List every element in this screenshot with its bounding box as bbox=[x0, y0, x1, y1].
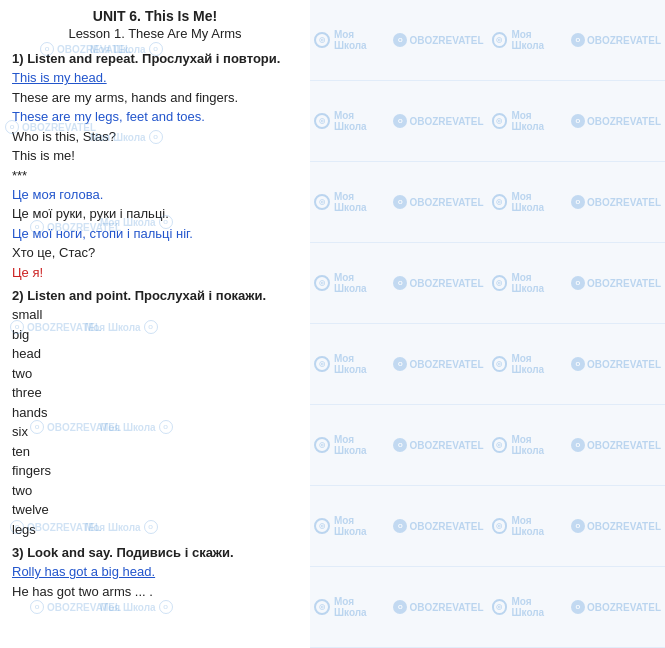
watermark-grid: ◎ Моя Школа O OBOZREVATEL ◎ Моя Школа O … bbox=[310, 0, 665, 648]
wm-logo2: O OBOZREVATEL bbox=[393, 276, 483, 290]
wm-brand1: Моя Школа bbox=[511, 110, 566, 132]
section-1: 1) Listen and repeat. Прослухай і повтор… bbox=[12, 51, 298, 282]
wm-cell: ◎ Моя Школа O OBOZREVATEL bbox=[310, 324, 488, 405]
word-head: head bbox=[12, 344, 298, 364]
wm-cell: ◎ Моя Школа O OBOZREVATEL bbox=[488, 567, 666, 648]
wm-logo2: O OBOZREVATEL bbox=[393, 438, 483, 452]
page-subtitle: Lesson 1. These Are My Arms bbox=[12, 26, 298, 41]
wm-logo2: O OBOZREVATEL bbox=[393, 114, 483, 128]
line-this-is-my-head: This is my head. bbox=[12, 68, 298, 88]
wm-logo: ◎ bbox=[492, 437, 508, 453]
wm-logo: ◎ bbox=[314, 599, 330, 615]
wm-brand1: Моя Школа bbox=[334, 272, 389, 294]
wm-cell: ◎ Моя Школа O OBOZREVATEL bbox=[310, 81, 488, 162]
wm-logo: ◎ bbox=[492, 32, 508, 48]
wm-cell: ◎ Моя Школа O OBOZREVATEL bbox=[488, 162, 666, 243]
wm-brand1: Моя Школа bbox=[334, 596, 389, 618]
wm-cell: ◎ Моя Школа O OBOZREVATEL bbox=[488, 81, 666, 162]
section-2-header: 2) Listen and point. Прослухай і покажи. bbox=[12, 288, 298, 303]
section-1-header-strong: 1) Listen and repeat. Прослухай і повтор… bbox=[12, 51, 280, 66]
wm-logo2: O OBOZREVATEL bbox=[571, 357, 661, 371]
wm-logo2: O OBOZREVATEL bbox=[393, 357, 483, 371]
wm-logo2: O OBOZREVATEL bbox=[393, 600, 483, 614]
wm-logo: ◎ bbox=[492, 599, 508, 615]
wm-brand1: Моя Школа bbox=[334, 29, 389, 51]
line-these-are-arms: These are my arms, hands and fingers. bbox=[12, 88, 298, 108]
line-these-are-legs: These are my legs, feet and toes. bbox=[12, 107, 298, 127]
wm-logo2: O OBOZREVATEL bbox=[571, 33, 661, 47]
wm-logo2: O OBOZREVATEL bbox=[571, 600, 661, 614]
wm-brand1: Моя Школа bbox=[511, 434, 566, 456]
word-hands: hands bbox=[12, 403, 298, 423]
wm-cell: ◎ Моя Школа O OBOZREVATEL bbox=[310, 567, 488, 648]
word-legs: legs bbox=[12, 520, 298, 540]
line-ua-me: Це я! bbox=[12, 263, 298, 283]
wm-logo: ◎ bbox=[314, 356, 330, 372]
wm-cell: ◎ Моя Школа O OBOZREVATEL bbox=[488, 0, 666, 81]
wm-brand1: Моя Школа bbox=[334, 110, 389, 132]
wm-cell: ◎ Моя Школа O OBOZREVATEL bbox=[310, 0, 488, 81]
line-ua-legs: Це мої ноги, стопи і пальці ніг. bbox=[12, 224, 298, 244]
wm-cell: ◎ Моя Школа O OBOZREVATEL bbox=[310, 486, 488, 567]
wm-brand1: Моя Школа bbox=[334, 515, 389, 537]
wm-cell: ◎ Моя Школа O OBOZREVATEL bbox=[488, 243, 666, 324]
line-this-is-me: This is me! bbox=[12, 146, 298, 166]
line-ua-who: Хто це, Стас? bbox=[12, 243, 298, 263]
line-who-is-this: Who is this, Stas? bbox=[12, 127, 298, 147]
stars-divider: *** bbox=[12, 168, 298, 183]
wm-cell: ◎ Моя Школа O OBOZREVATEL bbox=[488, 486, 666, 567]
wm-logo2: O OBOZREVATEL bbox=[393, 195, 483, 209]
wm-brand1: Моя Школа bbox=[511, 272, 566, 294]
wm-logo2: O OBOZREVATEL bbox=[571, 195, 661, 209]
word-two-1: two bbox=[12, 364, 298, 384]
wm-logo: ◎ bbox=[314, 275, 330, 291]
word-six: six bbox=[12, 422, 298, 442]
content-area: UNIT 6. This Is Me! Lesson 1. These Are … bbox=[0, 0, 310, 648]
wm-logo: ◎ bbox=[492, 275, 508, 291]
wm-brand1: Моя Школа bbox=[511, 353, 566, 375]
line-rolly-head: Rolly has got a big head. bbox=[12, 562, 298, 582]
wm-brand1: Моя Школа bbox=[511, 596, 566, 618]
wm-cell: ◎ Моя Школа O OBOZREVATEL bbox=[488, 405, 666, 486]
wm-brand1: Моя Школа bbox=[334, 191, 389, 213]
wm-logo: ◎ bbox=[492, 518, 508, 534]
wm-brand1: Моя Школа bbox=[511, 191, 566, 213]
wm-logo2: O OBOZREVATEL bbox=[393, 33, 483, 47]
wm-logo: ◎ bbox=[314, 194, 330, 210]
right-panel: ◎ Моя Школа O OBOZREVATEL ◎ Моя Школа O … bbox=[310, 0, 665, 648]
wm-logo: ◎ bbox=[492, 194, 508, 210]
wm-logo: ◎ bbox=[314, 437, 330, 453]
wm-logo2: O OBOZREVATEL bbox=[571, 519, 661, 533]
wm-cell: ◎ Моя Школа O OBOZREVATEL bbox=[488, 324, 666, 405]
line-ua-head: Це моя голова. bbox=[12, 185, 298, 205]
word-twelve: twelve bbox=[12, 500, 298, 520]
wm-cell: ◎ Моя Школа O OBOZREVATEL bbox=[310, 405, 488, 486]
section-3: 3) Look and say. Подивись і скажи. Rolly… bbox=[12, 545, 298, 601]
wm-brand1: Моя Школа bbox=[511, 29, 566, 51]
word-three: three bbox=[12, 383, 298, 403]
wm-logo: ◎ bbox=[314, 32, 330, 48]
page-title: UNIT 6. This Is Me! bbox=[12, 8, 298, 24]
wm-logo2: O OBOZREVATEL bbox=[571, 438, 661, 452]
section-1-header: 1) Listen and repeat. Прослухай і повтор… bbox=[12, 51, 298, 66]
word-big: big bbox=[12, 325, 298, 345]
wm-logo2: O OBOZREVATEL bbox=[571, 114, 661, 128]
word-small: small bbox=[12, 305, 298, 325]
wm-brand1: Моя Школа bbox=[334, 353, 389, 375]
wm-logo: ◎ bbox=[492, 356, 508, 372]
section-2: 2) Listen and point. Прослухай і покажи.… bbox=[12, 288, 298, 539]
section-3-header: 3) Look and say. Подивись і скажи. bbox=[12, 545, 298, 560]
wm-logo: ◎ bbox=[314, 518, 330, 534]
wm-cell: ◎ Моя Школа O OBOZREVATEL bbox=[310, 243, 488, 324]
line-ua-arms: Це мої руки, руки і пальці. bbox=[12, 204, 298, 224]
wm-brand1: Моя Школа bbox=[511, 515, 566, 537]
wm-logo2: O OBOZREVATEL bbox=[393, 519, 483, 533]
word-ten: ten bbox=[12, 442, 298, 462]
wm-cell: ◎ Моя Школа O OBOZREVATEL bbox=[310, 162, 488, 243]
word-two-2: two bbox=[12, 481, 298, 501]
section-3-header-strong: 3) Look and say. Подивись і скажи. bbox=[12, 545, 234, 560]
word-fingers: fingers bbox=[12, 461, 298, 481]
line-he-arms: He has got two arms ... . bbox=[12, 582, 298, 602]
wm-logo2: O OBOZREVATEL bbox=[571, 276, 661, 290]
section-2-header-strong: 2) Listen and point. Прослухай і покажи. bbox=[12, 288, 266, 303]
